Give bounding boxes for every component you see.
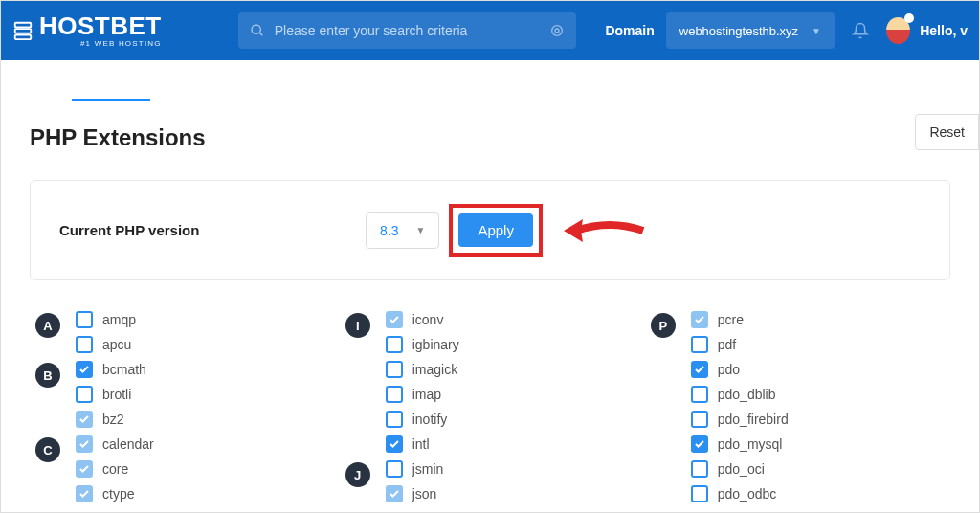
reset-button[interactable]: Reset xyxy=(915,114,979,150)
ext-label: pdf xyxy=(718,337,736,352)
ext-group: Ccalendarcorectype xyxy=(35,435,154,502)
ext-item-bcmath: bcmath xyxy=(76,361,146,378)
page-title: PHP Extensions xyxy=(30,124,950,151)
domain-label: Domain xyxy=(605,23,654,38)
chevron-down-icon: ▼ xyxy=(812,26,821,36)
letter-badge: J xyxy=(345,462,370,487)
ext-label: core xyxy=(102,461,128,477)
extensions-grid: AamqpapcuBbcmathbrotlibz2Ccalendarcorect… xyxy=(30,311,950,504)
checkbox[interactable] xyxy=(691,311,708,328)
domain-select[interactable]: webhostingtesthb.xyz ▼ xyxy=(666,12,835,49)
checkbox[interactable] xyxy=(76,361,93,378)
checkbox[interactable] xyxy=(691,485,708,502)
checkbox[interactable] xyxy=(386,336,403,353)
svg-rect-2 xyxy=(15,35,32,40)
checkbox[interactable] xyxy=(386,485,403,502)
checkbox[interactable] xyxy=(691,386,708,403)
ext-label: igbinary xyxy=(412,337,459,352)
checkbox[interactable] xyxy=(76,460,93,478)
ext-item-pdf: pdf xyxy=(691,336,789,353)
ext-label: jsmin xyxy=(412,461,444,477)
ext-item-json: json xyxy=(386,485,444,502)
ext-label: pdo_odbc xyxy=(718,486,777,502)
checkbox[interactable] xyxy=(691,336,708,353)
svg-point-5 xyxy=(552,26,563,36)
version-card: Current PHP version 8.3 ▼ Apply xyxy=(30,180,950,280)
ext-item-apcu: apcu xyxy=(76,336,136,353)
ext-label: bz2 xyxy=(102,412,124,427)
checkbox[interactable] xyxy=(691,411,708,428)
annotation-arrow-icon xyxy=(562,212,648,250)
svg-rect-1 xyxy=(15,29,32,33)
svg-point-3 xyxy=(252,25,260,33)
ext-item-pdo_mysql: pdo_mysql xyxy=(691,435,789,453)
logo-icon xyxy=(12,20,33,41)
ext-label: inotify xyxy=(412,412,448,427)
ext-column: IiconvigbinaryimagickimapinotifyintlJjsm… xyxy=(345,311,459,504)
ext-item-inotify: inotify xyxy=(386,411,459,428)
target-icon xyxy=(549,23,565,38)
checkbox[interactable] xyxy=(386,411,403,428)
ext-item-brotli: brotli xyxy=(76,386,146,403)
checkbox[interactable] xyxy=(386,460,403,478)
checkbox[interactable] xyxy=(386,311,403,328)
ext-label: imagick xyxy=(412,362,457,377)
letter-badge: C xyxy=(35,437,60,462)
svg-point-6 xyxy=(555,29,559,33)
search-input[interactable] xyxy=(275,23,550,38)
ext-item-pcre: pcre xyxy=(691,311,789,328)
letter-badge: A xyxy=(35,313,60,338)
ext-group: Jjsminjson xyxy=(345,460,459,502)
checkbox[interactable] xyxy=(76,435,93,453)
logo[interactable]: HOSTBET #1 WEB HOSTING xyxy=(12,13,162,48)
ext-label: brotli xyxy=(102,387,131,402)
ext-item-iconv: iconv xyxy=(386,311,459,328)
ext-label: pcre xyxy=(718,312,744,327)
apply-button[interactable]: Apply xyxy=(458,213,533,247)
ext-label: json xyxy=(412,486,437,502)
top-header: HOSTBET #1 WEB HOSTING Domain webhosting… xyxy=(1,1,979,60)
ext-label: amqp xyxy=(102,312,136,327)
apply-highlight: Apply xyxy=(449,204,543,256)
search-box[interactable] xyxy=(238,12,577,49)
bell-icon[interactable] xyxy=(852,21,869,40)
checkbox[interactable] xyxy=(76,386,93,403)
checkbox[interactable] xyxy=(76,411,93,428)
svg-rect-0 xyxy=(15,23,32,28)
ext-label: bcmath xyxy=(102,362,146,377)
ext-label: calendar xyxy=(102,436,154,452)
version-value: 8.3 xyxy=(380,223,398,238)
ext-item-ctype: ctype xyxy=(76,485,154,502)
checkbox[interactable] xyxy=(386,386,403,403)
ext-label: apcu xyxy=(102,337,131,352)
domain-value: webhostingtesthb.xyz xyxy=(679,24,798,38)
checkbox[interactable] xyxy=(76,485,93,502)
checkbox[interactable] xyxy=(691,435,708,453)
checkbox[interactable] xyxy=(386,435,403,453)
version-label: Current PHP version xyxy=(59,222,366,238)
ext-item-pdo_odbc: pdo_odbc xyxy=(691,485,789,502)
checkbox[interactable] xyxy=(691,361,708,378)
ext-item-amqp: amqp xyxy=(76,311,136,328)
ext-label: pdo_mysql xyxy=(718,436,783,452)
search-icon xyxy=(250,23,265,38)
logo-text: HOSTBET xyxy=(39,13,162,38)
avatar[interactable] xyxy=(886,17,910,44)
checkbox[interactable] xyxy=(76,336,93,353)
ext-item-pdo_dblib: pdo_dblib xyxy=(691,386,789,403)
logo-subtitle: #1 WEB HOSTING xyxy=(39,39,162,48)
hello-text: Hello, v xyxy=(920,23,968,38)
letter-badge: I xyxy=(345,313,370,338)
letter-badge: P xyxy=(651,313,676,338)
ext-item-calendar: calendar xyxy=(76,435,154,453)
ext-item-bz2: bz2 xyxy=(76,411,146,428)
ext-group: Aamqpapcu xyxy=(35,311,154,353)
checkbox[interactable] xyxy=(76,311,93,328)
php-version-select[interactable]: 8.3 ▼ xyxy=(366,212,439,249)
ext-label: pdo_oci xyxy=(718,461,765,477)
ext-column: Ppcrepdfpdopdo_dblibpdo_firebirdpdo_mysq… xyxy=(651,311,789,504)
ext-label: imap xyxy=(412,387,441,402)
ext-label: intl xyxy=(412,436,430,452)
checkbox[interactable] xyxy=(691,460,708,478)
checkbox[interactable] xyxy=(386,361,403,378)
